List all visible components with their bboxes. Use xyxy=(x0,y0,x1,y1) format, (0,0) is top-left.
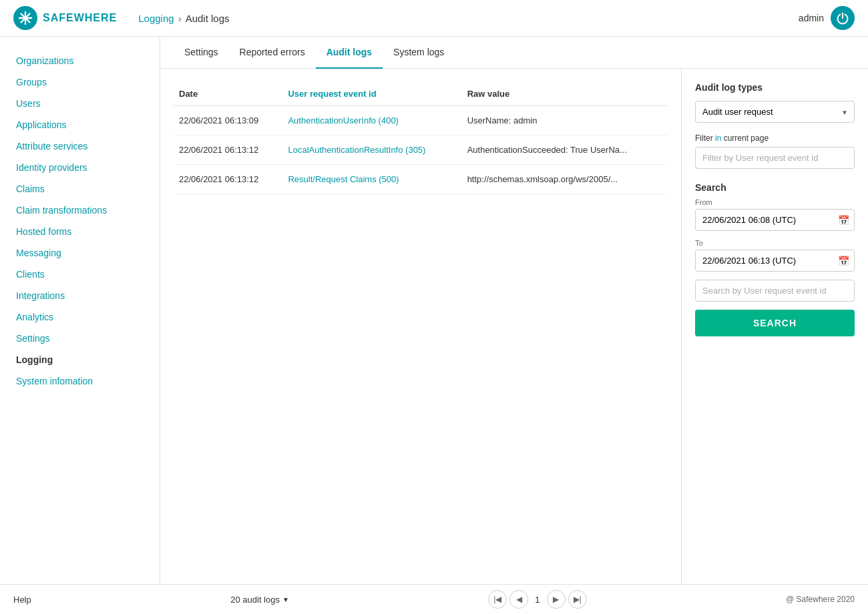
search-section: Search From 📅 To 📅 SEARCH xyxy=(695,182,855,336)
sidebar-item-logging[interactable]: Logging xyxy=(0,349,160,370)
search-button[interactable]: SEARCH xyxy=(695,310,855,336)
breadcrumb-separator: › xyxy=(178,13,182,24)
audit-log-types-title: Audit log types xyxy=(695,82,855,93)
footer-left: Help xyxy=(13,595,31,605)
header-right: admin xyxy=(799,6,855,30)
filter-label-suffix: current page xyxy=(721,133,769,143)
cell-raw-value-2: AuthenticationSucceeded: True UserNa... xyxy=(462,135,668,165)
sidebar-item-applications[interactable]: Applications xyxy=(0,114,160,135)
logo-text: SAFEWHERE xyxy=(43,12,117,24)
tab-settings[interactable]: Settings xyxy=(174,37,229,69)
from-date-wrapper: 📅 xyxy=(695,209,855,231)
from-date-input[interactable] xyxy=(695,209,855,231)
table-row: 22/06/2021 06:13:12 Result/Request Claim… xyxy=(174,165,668,194)
cell-raw-value-1: UserName: admin xyxy=(462,106,668,135)
tab-system-logs[interactable]: System logs xyxy=(383,37,455,69)
audit-log-types-wrapper: Audit user request All types Authenticat… xyxy=(695,101,855,123)
count-dropdown-arrow[interactable]: ▼ xyxy=(282,596,289,603)
breadcrumb-current: Audit logs xyxy=(186,13,230,24)
admin-name: admin xyxy=(799,13,824,23)
sidebar-item-settings[interactable]: Settings xyxy=(0,328,160,349)
right-panel: Audit log types Audit user request All t… xyxy=(681,69,868,584)
cell-event-id-1[interactable]: AuthenticationUserInfo (400) xyxy=(282,106,461,135)
footer-help: Help xyxy=(13,595,31,605)
cell-date-3: 22/06/2021 06:13:12 xyxy=(174,165,282,194)
breadcrumb-link[interactable]: Logging xyxy=(138,13,174,24)
content: Date User request event id Raw value 22/… xyxy=(160,69,868,584)
sidebar-item-organizations[interactable]: Organizations xyxy=(0,50,160,71)
table-header-row: Date User request event id Raw value xyxy=(174,82,668,106)
search-label: Search xyxy=(695,182,855,193)
layout: Organizations Groups Users Applications … xyxy=(0,37,868,584)
to-date-input[interactable] xyxy=(695,250,855,272)
next-page-button[interactable]: ▶ xyxy=(547,590,566,609)
footer-copyright: @ Safewhere 2020 xyxy=(786,595,855,604)
to-date-wrapper: 📅 xyxy=(695,250,855,272)
sidebar-item-hosted-forms[interactable]: Hosted forms xyxy=(0,221,160,242)
pagination: |◀ ◀ 1 ▶ ▶| xyxy=(488,590,586,609)
first-page-button[interactable]: |◀ xyxy=(488,590,507,609)
sidebar-item-groups[interactable]: Groups xyxy=(0,71,160,93)
last-page-button[interactable]: ▶| xyxy=(568,590,587,609)
audit-logs-table: Date User request event id Raw value 22/… xyxy=(174,82,668,194)
to-label: To xyxy=(695,239,855,247)
sidebar-item-claims[interactable]: Claims xyxy=(0,178,160,200)
cell-date-1: 22/06/2021 06:13:09 xyxy=(174,106,282,135)
table-row: 22/06/2021 06:13:12 LocalAuthenticationR… xyxy=(174,135,668,165)
power-icon xyxy=(836,11,849,25)
search-id-input[interactable] xyxy=(695,280,855,302)
sidebar-item-analytics[interactable]: Analytics xyxy=(0,306,160,328)
audit-count-label: 20 audit logs xyxy=(230,595,280,605)
table-row: 22/06/2021 06:13:09 AuthenticationUserIn… xyxy=(174,106,668,135)
audit-log-types-select[interactable]: Audit user request All types Authenticat… xyxy=(695,101,855,123)
footer-count: 20 audit logs ▼ xyxy=(230,595,289,605)
cell-date-2: 22/06/2021 06:13:12 xyxy=(174,135,282,165)
power-button[interactable] xyxy=(831,6,855,30)
sidebar-item-claim-transformations[interactable]: Claim transformations xyxy=(0,200,160,221)
sidebar-item-system-information[interactable]: System infomation xyxy=(0,370,160,392)
footer: Help 20 audit logs ▼ |◀ ◀ 1 ▶ ▶| @ Safew… xyxy=(0,584,868,614)
filter-in-label: in xyxy=(715,133,721,143)
snowflake-icon xyxy=(18,11,33,25)
header-left: SAFEWHERE Logging › Audit logs xyxy=(13,6,230,30)
sidebar: Organizations Groups Users Applications … xyxy=(0,37,160,584)
from-label: From xyxy=(695,198,855,206)
cell-event-id-3[interactable]: Result/Request Claims (500) xyxy=(282,165,461,194)
sidebar-item-integrations[interactable]: Integrations xyxy=(0,285,160,306)
filter-label-prefix: Filter xyxy=(695,133,715,143)
breadcrumb: Logging › Audit logs xyxy=(138,13,229,24)
logo: SAFEWHERE xyxy=(13,6,117,30)
logo-icon xyxy=(13,6,37,30)
col-date: Date xyxy=(174,82,282,106)
header: SAFEWHERE Logging › Audit logs admin xyxy=(0,0,868,37)
sidebar-item-attribute-services[interactable]: Attribute services xyxy=(0,135,160,157)
col-raw-value: Raw value xyxy=(462,82,668,106)
table-area: Date User request event id Raw value 22/… xyxy=(160,69,681,584)
main: Settings Reported errors Audit logs Syst… xyxy=(160,37,868,584)
sidebar-item-clients[interactable]: Clients xyxy=(0,264,160,285)
filter-input[interactable] xyxy=(695,147,855,169)
prev-page-button[interactable]: ◀ xyxy=(509,590,528,609)
col-event-id: User request event id xyxy=(282,82,461,106)
tab-reported-errors[interactable]: Reported errors xyxy=(229,37,316,69)
sidebar-item-messaging[interactable]: Messaging xyxy=(0,242,160,264)
cell-event-id-2[interactable]: LocalAuthenticationResultInfo (305) xyxy=(282,135,461,165)
sidebar-item-users[interactable]: Users xyxy=(0,93,160,114)
tab-audit-logs[interactable]: Audit logs xyxy=(316,37,383,69)
filter-label: Filter in current page xyxy=(695,133,855,143)
sidebar-item-identity-providers[interactable]: Identity providers xyxy=(0,157,160,178)
tabs: Settings Reported errors Audit logs Syst… xyxy=(160,37,868,69)
current-page: 1 xyxy=(531,595,544,605)
cell-raw-value-3: http://schemas.xmlsoap.org/ws/2005/... xyxy=(462,165,668,194)
